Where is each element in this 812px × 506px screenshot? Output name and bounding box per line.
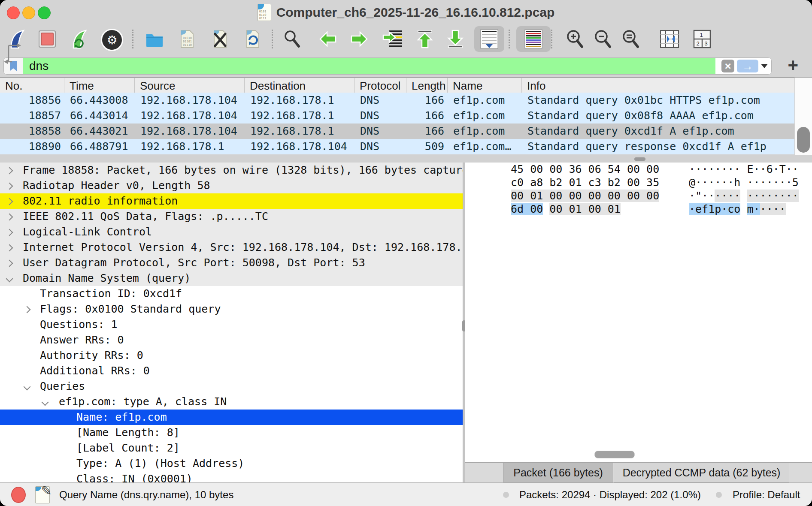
detail-row[interactable]: Class: IN (0x0001) [0,471,463,482]
detail-row[interactable]: ef1p.com: type A, class IN [0,394,463,410]
detail-row[interactable]: Frame 18858: Packet, 166 bytes on wire (… [0,163,463,178]
restart-capture-button[interactable] [69,29,90,49]
pencil-icon: ✎ [41,483,52,498]
hex-row-0[interactable]: 45 00 00 36 06 54 00 00········ E··6·T·· [465,163,812,176]
open-file-button[interactable] [144,29,165,49]
column-header-no[interactable]: No. [0,78,64,93]
filter-dropdown-caret[interactable] [761,64,768,68]
detail-row[interactable]: Questions: 1 [0,317,463,332]
packet-row-18890[interactable]: 1889066.488791192.168.178.1192.168.178.1… [0,139,812,154]
filter-apply-button[interactable]: → [737,60,758,72]
detail-row-text: Transaction ID: 0xcd1f [40,286,182,301]
packet-counts-text: Packets: 20294 · Displayed: 202 (1.0%) [519,483,701,506]
chevron-right-icon[interactable] [6,260,13,267]
packet-row-18857[interactable]: 1885766.443014192.168.178.104192.168.178… [0,108,812,123]
layout-chooser-button[interactable]: 123 [692,29,712,49]
display-filter-field[interactable]: dns × → [3,57,772,75]
zoom-in-button[interactable] [565,29,585,49]
hex-row-3[interactable]: 6d 00 00 01 00 01·ef1p·co m····· [465,202,812,216]
cell-source: 192.168.178.104 [135,93,245,108]
detail-row[interactable]: 802.11 radio information [0,193,463,209]
chevron-right-icon[interactable] [6,167,13,175]
capture-comment-button[interactable]: ✎ [35,486,50,503]
column-header-name[interactable]: Name [448,78,522,93]
save-file-button[interactable]: 010100110101110 [177,29,197,49]
chevron-right-icon[interactable] [6,183,13,190]
column-header-protocol[interactable]: Protocol [354,78,406,93]
go-to-last-packet-button[interactable] [445,29,466,49]
tab-decrypted-ccmp[interactable]: Decrypted CCMP data (62 bytes) [614,463,789,482]
go-to-packet-button[interactable] [382,29,403,49]
bytes-pane-hscrollbar-thumb[interactable] [594,451,635,458]
detail-row[interactable]: Radiotap Header v0, Length 58 [0,178,463,193]
wireshark-window: 0101 0110 0111 Computer_ch6_2025-11-26_1… [0,0,812,506]
auto-scroll-toggle[interactable] [474,26,504,52]
toolbar-separator [132,30,133,48]
packet-row-18856[interactable]: 1885666.443008192.168.178.104192.168.178… [0,93,812,108]
detail-row[interactable]: Transaction ID: 0xcd1f [0,286,463,301]
chevron-right-icon[interactable] [6,214,13,221]
detail-row[interactable]: Type: A (1) (Host Address) [0,456,463,471]
detail-row[interactable]: Additional RRs: 0 [0,363,463,379]
cell-length: 166 [406,123,448,139]
title-bar: 0101 0110 0111 Computer_ch6_2025-11-26_1… [0,0,812,25]
chevron-right-icon[interactable] [6,229,13,236]
detail-row[interactable]: Name: ef1p.com [0,410,463,425]
colorize-toggle[interactable] [516,26,551,52]
detail-row[interactable]: Queries [0,379,463,394]
resize-columns-button[interactable] [659,29,680,49]
auto-scroll-icon [479,29,500,49]
detail-row[interactable]: IEEE 802.11 QoS Data, Flags: .p.....TC [0,209,463,224]
detail-row[interactable]: Domain Name System (query) [0,271,463,286]
expert-info-button[interactable] [11,487,26,503]
cell-protocol: DNS [354,139,406,154]
chevron-down-icon[interactable] [24,383,31,391]
detail-row[interactable]: [Label Count: 2] [0,440,463,456]
find-packet-button[interactable] [282,29,303,49]
detail-row[interactable]: User Datagram Protocol, Src Port: 50098,… [0,255,463,271]
horizontal-splitter[interactable] [0,155,812,163]
splitter-handle[interactable] [634,157,645,161]
reload-file-button[interactable] [242,29,263,49]
packet-row-18858[interactable]: 1885866.443021192.168.178.104192.168.178… [0,123,812,139]
go-forward-button[interactable] [349,29,370,49]
close-file-button[interactable] [210,29,230,49]
chevron-right-icon[interactable] [24,306,31,313]
display-filter-input[interactable]: dns [23,58,715,74]
detail-row[interactable]: Flags: 0x0100 Standard query [0,301,463,317]
go-to-first-packet-button[interactable] [415,29,435,49]
chevron-down-icon[interactable] [42,399,49,406]
column-header-destination[interactable]: Destination [245,78,354,93]
layout-cell-3: 3 [704,40,707,47]
column-header-source[interactable]: Source [135,78,245,93]
chevron-right-icon[interactable] [6,198,13,205]
packet-details-pane: Frame 18858: Packet, 166 bytes on wire (… [0,163,463,482]
chevron-right-icon[interactable] [6,244,13,252]
go-back-button[interactable] [318,29,338,49]
capture-options-button[interactable]: ⚙ [101,29,123,51]
hex-row-1[interactable]: c0 a8 b2 01 c3 b2 00 35@······h ·······5 [465,176,812,189]
profile-text[interactable]: Profile: Default [733,483,800,506]
ascii-bytes: @······h ·······5 [689,176,799,189]
column-header-time[interactable]: Time [64,78,135,93]
restart-fin-icon [69,29,90,49]
tab-packet[interactable]: Packet (166 bytes) [503,463,613,482]
zoom-out-button[interactable] [593,29,613,49]
ascii-bytes: ·"······ ········ [689,189,799,202]
filter-clear-button[interactable]: × [721,60,734,72]
chevron-down-icon[interactable] [6,275,13,283]
add-filter-button[interactable]: + [788,55,798,75]
zoom-reset-button[interactable] [621,29,641,49]
detail-row[interactable]: Internet Protocol Version 4, Src: 192.16… [0,240,463,255]
detail-row[interactable]: Authority RRs: 0 [0,348,463,363]
stop-capture-button[interactable] [37,29,58,49]
detail-row[interactable]: [Name Length: 8] [0,425,463,440]
cell-info: Standard query 0x01bc HTTPS ef1p.com [522,93,812,108]
packet-list-scrollbar-thumb[interactable] [797,127,810,153]
column-header-length[interactable]: Length [406,78,448,93]
hex-row-2[interactable]: 00 01 00 00 00 00 00 00·"······ ········ [465,189,812,202]
detail-row[interactable]: Answer RRs: 0 [0,332,463,348]
column-header-info[interactable]: Info [522,78,812,93]
packet-list-scrollbar[interactable] [794,78,812,155]
detail-row[interactable]: Logical-Link Control [0,224,463,240]
